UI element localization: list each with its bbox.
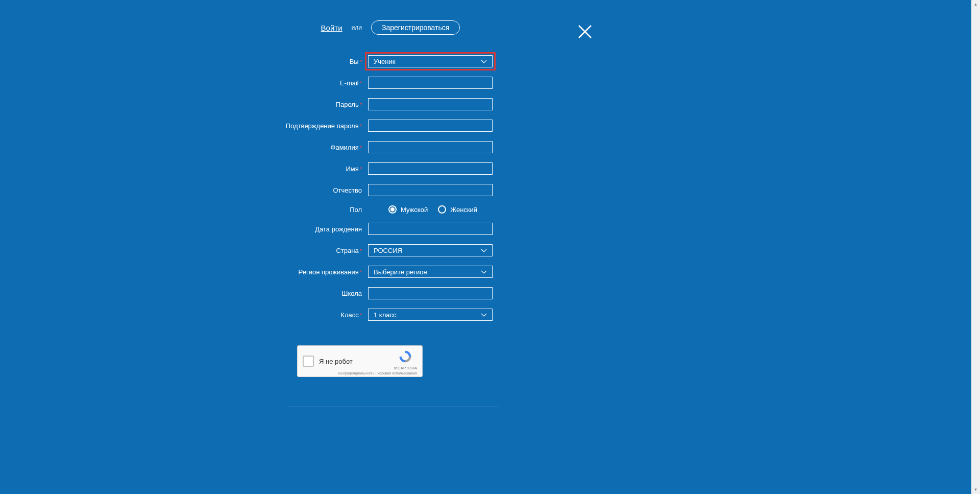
school-input[interactable]: [368, 287, 493, 299]
recaptcha-icon: [398, 349, 413, 364]
radio-icon: [388, 205, 397, 214]
password-confirm-input[interactable]: [368, 120, 493, 132]
recaptcha[interactable]: Я не робот reCAPTCHA Конфиденциальность …: [297, 345, 423, 377]
chevron-down-icon: [481, 249, 487, 252]
lastname-label: Фамилия*: [143, 144, 368, 151]
region-label: Регион проживания*: [143, 268, 368, 276]
divider: [287, 407, 499, 407]
school-label: Школа: [143, 290, 368, 297]
login-link[interactable]: Войти: [321, 23, 342, 32]
role-label: Вы*: [143, 58, 368, 65]
radio-icon: [438, 205, 446, 214]
email-input[interactable]: [368, 77, 493, 89]
password-label: Пароль*: [143, 101, 368, 108]
gender-female-radio[interactable]: Женский: [438, 205, 477, 214]
gender-label: Пол: [143, 206, 368, 214]
registration-form: Вы* Ученик E-mail* Пароль* Подтверждение…: [143, 55, 643, 407]
patronymic-input[interactable]: [368, 184, 493, 196]
chevron-down-icon: [481, 313, 487, 317]
close-icon: [578, 25, 592, 39]
male-label: Мужской: [401, 206, 428, 214]
email-label: E-mail*: [143, 79, 368, 87]
captcha-text: Я не робот: [319, 358, 353, 365]
firstname-label: Имя*: [143, 165, 368, 173]
region-placeholder: Выберите регион: [374, 268, 427, 276]
country-value: РОССИЯ: [374, 247, 402, 254]
grade-select[interactable]: 1 класс: [368, 309, 493, 321]
register-button[interactable]: Зарегистрироваться: [371, 20, 460, 35]
role-value: Ученик: [374, 58, 395, 65]
country-select[interactable]: РОССИЯ: [368, 244, 493, 256]
gender-male-radio[interactable]: Мужской: [388, 205, 428, 214]
or-text: или: [352, 24, 362, 31]
region-select[interactable]: Выберите регион: [368, 266, 493, 278]
role-highlight: Ученик: [365, 52, 496, 70]
captcha-brand: reCAPTCHA: [394, 349, 417, 370]
female-label: Женский: [450, 206, 477, 214]
role-select[interactable]: Ученик: [368, 55, 493, 67]
firstname-input[interactable]: [368, 162, 493, 175]
grade-value: 1 класс: [374, 311, 397, 319]
birthdate-input[interactable]: [368, 223, 493, 235]
chevron-down-icon: [481, 270, 487, 274]
patronymic-label: Отчество: [143, 186, 368, 194]
birthdate-label: Дата рождения: [143, 225, 368, 233]
chevron-down-icon: [481, 60, 487, 63]
close-button[interactable]: [578, 25, 592, 39]
grade-label: Класс*: [143, 311, 368, 319]
password-confirm-label: Подтверждение пароля*: [143, 122, 368, 130]
password-input[interactable]: [368, 98, 493, 110]
captcha-checkbox[interactable]: [303, 356, 314, 367]
country-label: Страна*: [143, 247, 368, 254]
captcha-footer: Конфиденциальность - Условия использован…: [338, 371, 417, 375]
lastname-input[interactable]: [368, 141, 493, 153]
